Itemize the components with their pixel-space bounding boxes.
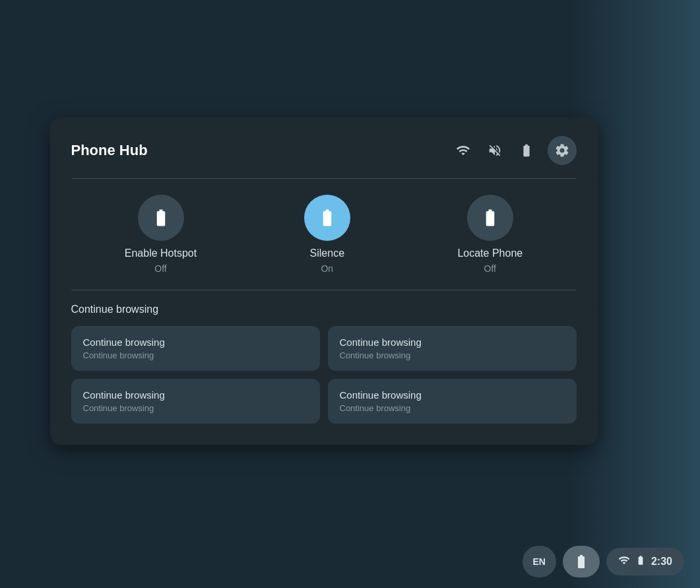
phone-battery-icon[interactable] [516, 140, 537, 161]
locate-label: Locate Phone [457, 247, 523, 259]
browsing-section-title: Continue browsing [71, 304, 577, 315]
browsing-card-1-url: Continue browsing [340, 350, 565, 360]
header-icons [453, 136, 577, 165]
browsing-card-1[interactable]: Continue browsing Continue browsing [328, 326, 577, 371]
browsing-card-0[interactable]: Continue browsing Continue browsing [71, 326, 320, 371]
silence-circle [304, 195, 350, 241]
browsing-card-3[interactable]: Continue browsing Continue browsing [328, 379, 577, 424]
language-button[interactable]: EN [523, 546, 556, 577]
browsing-card-0-title: Continue browsing [83, 337, 308, 348]
phone-mode-button[interactable] [563, 546, 600, 577]
hotspot-label: Enable Hotspot [125, 247, 197, 259]
panel-header: Phone Hub [71, 136, 577, 165]
locate-status: Off [484, 263, 496, 274]
enable-hotspot-control[interactable]: Enable Hotspot Off [125, 195, 197, 274]
panel-title: Phone Hub [71, 142, 148, 159]
header-divider [71, 178, 577, 179]
silence-status: On [321, 263, 333, 274]
wifi-icon[interactable] [453, 140, 474, 161]
browsing-card-2-url: Continue browsing [83, 403, 308, 413]
hotspot-circle [138, 195, 184, 241]
taskbar-battery-icon [635, 555, 646, 568]
browsing-card-2[interactable]: Continue browsing Continue browsing [71, 379, 320, 424]
browsing-card-1-title: Continue browsing [340, 337, 565, 348]
silence-label: Silence [310, 247, 344, 259]
taskbar-wifi-icon [618, 554, 630, 569]
locate-phone-control[interactable]: Locate Phone Off [457, 195, 523, 274]
taskbar-time: 2:30 [651, 556, 672, 568]
locate-circle [467, 195, 513, 241]
browsing-grid: Continue browsing Continue browsing Cont… [71, 326, 577, 424]
browsing-card-0-url: Continue browsing [83, 350, 308, 360]
browsing-card-2-title: Continue browsing [83, 389, 308, 401]
mute-icon[interactable] [484, 140, 505, 161]
browsing-card-3-url: Continue browsing [340, 403, 565, 413]
settings-icon[interactable] [548, 136, 577, 165]
hotspot-status: Off [154, 263, 166, 274]
controls-divider [71, 290, 577, 290]
silence-control[interactable]: Silence On [304, 195, 350, 274]
taskbar: EN 2:30 [523, 546, 684, 577]
phone-hub-panel: Phone Hub [50, 117, 598, 445]
taskbar-time-widget: 2:30 [606, 548, 684, 575]
browsing-card-3-title: Continue browsing [340, 389, 565, 401]
controls-row: Enable Hotspot Off Silence On Locate Pho… [71, 195, 577, 274]
